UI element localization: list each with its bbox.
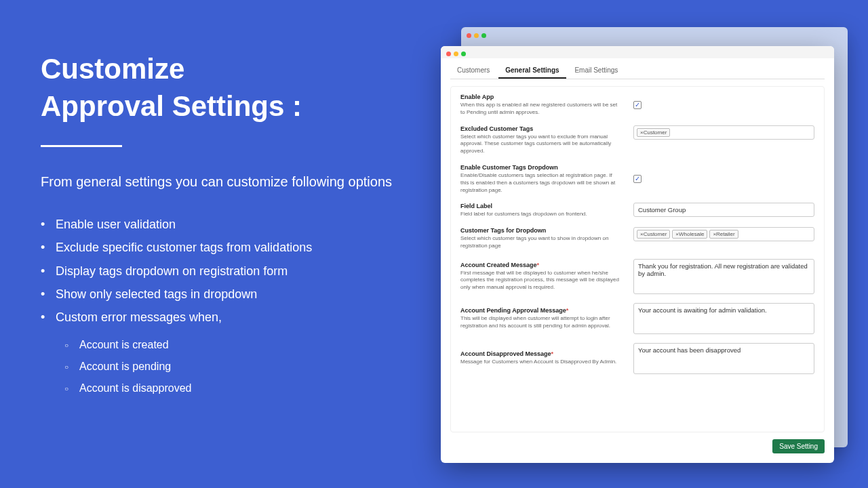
bullet-list: Enable user validation Exclude specific … — [41, 213, 400, 329]
field-title: Account Created Message* — [460, 262, 620, 268]
setting-excluded-tags: Excluded Customer Tags Select which cust… — [460, 125, 814, 155]
field-desc: Enable/Disable customers tags selection … — [460, 172, 620, 194]
list-item: Custom error messages when, — [41, 306, 400, 329]
field-title: Enable App — [460, 94, 620, 100]
setting-field-label: Field Label Field label for customers ta… — [460, 203, 814, 218]
list-item: Exclude specific customer tags from vali… — [41, 236, 400, 259]
list-item: Display tags dropdown on registration fo… — [41, 260, 400, 283]
tab-email[interactable]: Email Settings — [568, 62, 625, 77]
field-title: Enable Customer Tags Dropdown — [460, 164, 620, 171]
tab-customers[interactable]: Customers — [450, 62, 496, 77]
promo-panel: Customize Approval Settings : From gener… — [41, 51, 400, 399]
field-title: Account Disapproved Message* — [460, 350, 620, 357]
field-desc: Field label for customers tags dropdown … — [460, 211, 620, 218]
tab-bar: Customers General Settings Email Setting… — [450, 62, 825, 79]
setting-created-msg: Account Created Message* First message t… — [460, 259, 814, 294]
minimize-icon[interactable] — [454, 52, 458, 56]
list-item: Enable user validation — [41, 213, 400, 236]
enable-dropdown-checkbox[interactable]: ✓ — [633, 175, 642, 183]
field-title: Account Pending Approval Message* — [460, 307, 620, 314]
field-label-input[interactable]: Customer Group — [633, 203, 814, 217]
list-item: Account is created — [64, 334, 400, 356]
field-desc: Select which customer tags you want to s… — [460, 235, 620, 250]
field-desc: This will be displayed when customer wil… — [460, 315, 620, 330]
disapproved-msg-input[interactable]: Your account has been disapproved — [633, 343, 814, 374]
setting-enable-dropdown: Enable Customer Tags Dropdown Enable/Dis… — [460, 164, 814, 194]
subtitle: From general settings you can customize … — [41, 171, 400, 192]
setting-enable-app: Enable App When this app is enabled all … — [460, 94, 814, 117]
setting-pending-msg: Account Pending Approval Message* This w… — [460, 303, 814, 334]
setting-dropdown-tags: Customer Tags for Dropdown Select which … — [460, 227, 814, 250]
list-item: Show only selected tags in dropdown — [41, 283, 400, 306]
enable-app-checkbox[interactable]: ✓ — [633, 101, 642, 109]
pending-msg-input[interactable]: Your account is awaiting for admin valid… — [633, 303, 814, 334]
maximize-icon — [481, 33, 486, 38]
close-icon[interactable] — [446, 52, 451, 56]
setting-disapproved-msg: Account Disapproved Message* Message for… — [460, 343, 814, 374]
form-footer: Save Setting — [441, 439, 834, 463]
dropdown-tags-input[interactable]: ×Customer ×Wholesale ×Retailer — [633, 227, 814, 241]
field-title: Customer Tags for Dropdown — [460, 227, 620, 234]
divider — [41, 145, 122, 147]
field-title: Excluded Customer Tags — [460, 125, 620, 132]
window-titlebar — [441, 46, 834, 58]
settings-window: Customers General Settings Email Setting… — [441, 46, 834, 463]
tag-chip[interactable]: ×Wholesale — [672, 230, 707, 239]
page-title: Customize Approval Settings : — [41, 51, 400, 125]
minimize-icon — [474, 33, 479, 38]
created-msg-input[interactable]: Thank you for registration. All new regi… — [633, 259, 814, 294]
settings-form: Enable App When this app is enabled all … — [450, 86, 825, 432]
close-icon — [467, 33, 471, 38]
excluded-tags-input[interactable]: ×Customer — [633, 125, 814, 140]
tag-chip[interactable]: ×Customer — [637, 230, 670, 239]
tag-chip[interactable]: ×Retailer — [709, 230, 738, 239]
field-desc: Select which customer tags you want to e… — [460, 134, 620, 155]
field-title: Field Label — [460, 203, 620, 209]
tag-chip[interactable]: ×Customer — [637, 128, 670, 137]
field-desc: First message that will be displayed to … — [460, 270, 620, 291]
field-desc: Message for Customers when Account is Di… — [460, 359, 620, 366]
tab-general[interactable]: General Settings — [498, 62, 566, 79]
list-item: Account is pending — [64, 356, 400, 378]
maximize-icon[interactable] — [461, 52, 466, 56]
list-item: Account is disapproved — [64, 378, 400, 399]
field-desc: When this app is enabled all new registe… — [460, 102, 620, 117]
save-button[interactable]: Save Setting — [772, 439, 825, 453]
window-titlebar — [461, 27, 848, 41]
sub-bullet-list: Account is created Account is pending Ac… — [64, 334, 400, 399]
